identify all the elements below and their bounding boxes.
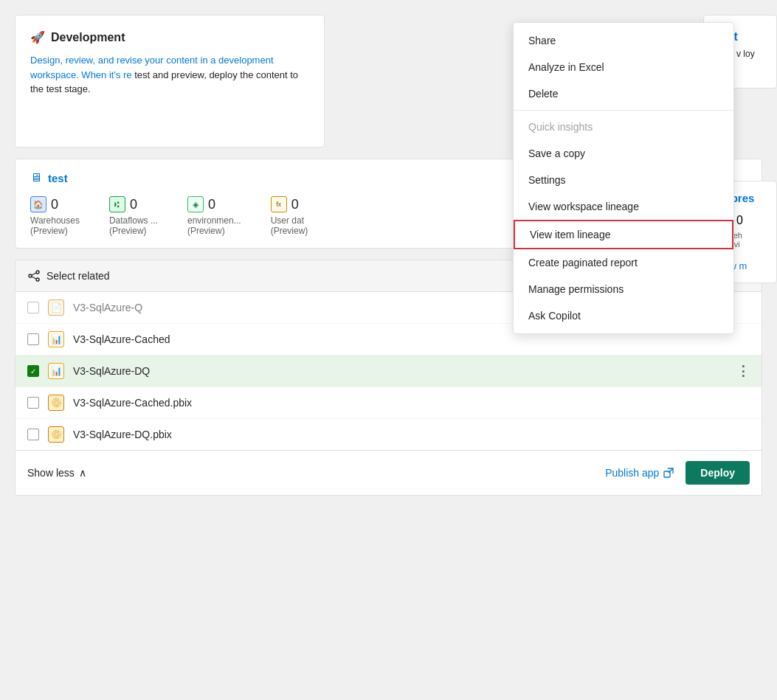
- stat-env-count: 0: [208, 197, 215, 212]
- deploy-button[interactable]: Deploy: [686, 461, 750, 485]
- stat-dataflows-sublabel: (Preview): [109, 226, 147, 236]
- stat-env-row: ◈ 0: [187, 196, 215, 212]
- stat-dataflows-row: ⑆ 0: [109, 196, 137, 212]
- share-icon: [27, 269, 41, 283]
- context-menu-quick-insights: Quick insights: [514, 114, 733, 140]
- main-container: 🚀 Development Design, review, and revise…: [0, 0, 777, 700]
- deploy-label: Deploy: [700, 467, 735, 479]
- cypress-stat-number: 0: [736, 214, 743, 227]
- select-related-label: Select related: [46, 270, 110, 282]
- stat-warehouses-sublabel: (Preview): [30, 226, 68, 236]
- context-menu-save-copy[interactable]: Save a copy: [514, 140, 733, 167]
- item-2-type-icon: 📊: [48, 331, 64, 347]
- stat-userdata-label: User dat (Preview): [271, 215, 308, 236]
- svg-line-3: [32, 273, 36, 275]
- show-less-label: Show less: [27, 467, 75, 479]
- development-icon: 🚀: [30, 30, 45, 44]
- item-3-type-icon: 📊: [48, 363, 64, 379]
- workspace-icon: 🖥: [30, 171, 42, 184]
- item-2-checkbox[interactable]: [27, 333, 39, 345]
- item-5-type-icon: 📀: [48, 426, 64, 443]
- development-stage-title: 🚀 Development: [30, 30, 309, 44]
- item-4-name: V3-SqlAzure-Cached.pbix: [73, 397, 750, 409]
- stat-env-label-text: environmen...: [187, 215, 241, 226]
- stat-userdata-row: fx 0: [271, 196, 299, 212]
- stat-environments: ◈ 0 environmen... (Preview): [187, 196, 241, 236]
- select-related-left: Select related: [27, 269, 110, 283]
- item-2-name: V3-SqlAzure-Cached: [73, 333, 750, 345]
- context-menu-manage-permissions[interactable]: Manage permissions: [514, 276, 733, 302]
- dataflow-icon: ⑆: [109, 196, 125, 212]
- stat-warehouses-label: Warehouses (Preview): [30, 215, 80, 236]
- context-menu-settings[interactable]: Settings: [514, 167, 733, 193]
- stat-warehouses: 🏠 0 Warehouses (Preview): [30, 196, 80, 236]
- stat-warehouses-count: 0: [51, 197, 58, 212]
- context-menu: Share Analyze in Excel Delete Quick insi…: [513, 22, 734, 334]
- external-link-icon: [663, 468, 674, 478]
- stat-dataflows-count: 0: [130, 197, 137, 212]
- workspace-name[interactable]: test: [48, 172, 68, 184]
- svg-line-6: [669, 468, 673, 473]
- development-description: Design, review, and revise your content …: [30, 53, 309, 97]
- item-4-type-icon: 📀: [48, 395, 64, 411]
- stat-dataflows-label: Dataflows ... (Preview): [109, 215, 158, 236]
- stat-warehouses-row: 🏠 0: [30, 196, 58, 212]
- list-item: 📀 V3-SqlAzure-Cached.pbix: [15, 387, 762, 419]
- development-stage-card: 🚀 Development Design, review, and revise…: [15, 15, 325, 148]
- list-item: 📀 V3-SqlAzure-DQ.pbix: [15, 419, 762, 450]
- context-menu-delete[interactable]: Delete: [514, 80, 733, 107]
- stat-userdata-sublabel: (Preview): [271, 226, 308, 236]
- card-footer: Show less ∧ Publish app Deploy: [15, 451, 762, 496]
- item-1-checkbox[interactable]: [27, 302, 39, 313]
- show-less-button[interactable]: Show less ∧: [27, 467, 86, 479]
- item-4-checkbox[interactable]: [27, 397, 39, 409]
- item-1-type-icon: 📄: [48, 299, 64, 316]
- context-menu-share[interactable]: Share: [514, 27, 733, 54]
- context-menu-divider: [514, 110, 733, 111]
- show-less-icon: ∧: [79, 467, 86, 479]
- publish-app-label: Publish app: [605, 467, 659, 479]
- stat-userdata-count: 0: [291, 197, 299, 212]
- stat-userdata-label-text: User dat: [271, 215, 304, 226]
- context-menu-create-paginated[interactable]: Create paginated report: [514, 249, 733, 276]
- context-menu-analyze-excel[interactable]: Analyze in Excel: [514, 54, 733, 80]
- stat-env-sublabel: (Preview): [187, 226, 225, 236]
- stat-env-label: environmen... (Preview): [187, 215, 241, 236]
- userdata-icon: fx: [271, 196, 287, 212]
- stat-dataflows-label-text: Dataflows ...: [109, 215, 158, 226]
- context-menu-workspace-lineage[interactable]: View workspace lineage: [514, 193, 733, 220]
- item-3-name: V3-SqlAzure-DQ: [73, 365, 728, 377]
- development-title-text: Development: [51, 31, 125, 44]
- stat-userdata: fx 0 User dat (Preview): [271, 196, 308, 236]
- context-menu-ask-copilot[interactable]: Ask Copilot: [514, 302, 733, 329]
- item-5-checkbox[interactable]: [27, 429, 39, 440]
- svg-point-0: [36, 271, 39, 274]
- env-icon: ◈: [187, 196, 204, 212]
- publish-app-button[interactable]: Publish app: [605, 467, 674, 479]
- svg-line-4: [32, 277, 36, 279]
- item-5-name: V3-SqlAzure-DQ.pbix: [73, 429, 750, 440]
- stat-dataflows: ⑆ 0 Dataflows ... (Preview): [109, 196, 158, 236]
- warehouse-icon: 🏠: [30, 196, 46, 212]
- svg-point-2: [36, 278, 39, 281]
- svg-point-1: [29, 274, 32, 277]
- item-3-more-button[interactable]: ⋮: [736, 363, 750, 379]
- footer-right: Publish app Deploy: [605, 461, 750, 485]
- item-3-checkbox[interactable]: ✓: [27, 365, 39, 377]
- stat-warehouses-label-text: Warehouses: [30, 215, 80, 226]
- list-item-selected: ✓ 📊 V3-SqlAzure-DQ ⋮: [15, 356, 762, 387]
- context-menu-item-lineage[interactable]: View item lineage: [514, 220, 733, 249]
